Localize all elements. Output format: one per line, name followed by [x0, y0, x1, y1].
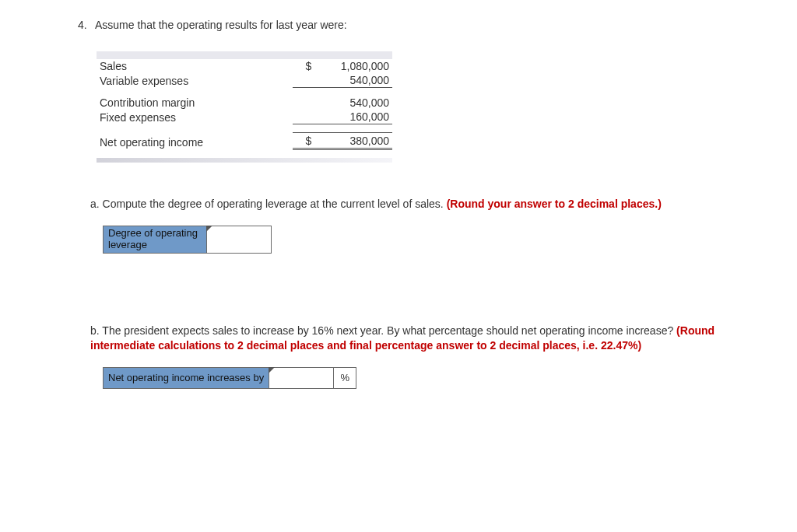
noi-increase-input[interactable] — [269, 367, 334, 388]
dol-label-line1: Degree of operating — [108, 227, 198, 239]
question-header: 4. Assume that the operating results for… — [78, 19, 797, 31]
fixed-label: Fixed expenses — [97, 110, 293, 124]
part-b-letter: b. — [90, 324, 100, 337]
part-a-text: Compute the degree of operating leverage… — [103, 198, 444, 210]
part-a-hint: (Round your answer to 2 decimal places.) — [447, 198, 662, 210]
row-sales: Sales $ 1,080,000 — [97, 59, 392, 73]
varexp-label: Variable expenses — [97, 73, 293, 88]
cm-label: Contribution margin — [97, 96, 293, 110]
part-a: a. Compute the degree of operating lever… — [90, 197, 729, 212]
page-root: 4. Assume that the operating results for… — [0, 0, 797, 532]
part-a-answer-box: Degree of operating leverage — [103, 226, 272, 254]
noi-value: 380,000 — [314, 133, 392, 149]
dol-label-line2: leverage — [108, 239, 147, 250]
fixed-value: 160,000 — [314, 110, 392, 124]
sales-label: Sales — [97, 59, 293, 73]
part-b: b. The president expects sales to increa… — [90, 324, 729, 353]
part-b-text: The president expects sales to increase … — [102, 324, 673, 337]
dol-label: Degree of operating leverage — [104, 226, 207, 253]
part-a-letter: a. — [90, 198, 100, 210]
noi-increase-unit: % — [334, 367, 356, 388]
sales-currency: $ — [293, 59, 314, 73]
noi-label: Net operating income — [97, 133, 293, 149]
financial-table: Sales $ 1,080,000 Variable expenses 540,… — [97, 51, 392, 163]
row-net-operating-income: Net operating income $ 380,000 — [97, 133, 392, 149]
sales-value: 1,080,000 — [314, 59, 392, 73]
row-contribution-margin: Contribution margin 540,000 — [97, 96, 392, 110]
dol-input[interactable] — [207, 226, 272, 253]
cm-value: 540,000 — [314, 96, 392, 110]
question-number: 4. — [78, 19, 95, 31]
part-b-answer-box: Net operating income increases by % — [103, 367, 356, 389]
row-variable-expenses: Variable expenses 540,000 — [97, 73, 392, 88]
question-text: Assume that the operating results for la… — [95, 19, 797, 31]
varexp-value: 540,000 — [314, 73, 392, 88]
row-fixed-expenses: Fixed expenses 160,000 — [97, 110, 392, 124]
noi-increase-label: Net operating income increases by — [104, 367, 269, 388]
noi-currency: $ — [293, 133, 314, 149]
